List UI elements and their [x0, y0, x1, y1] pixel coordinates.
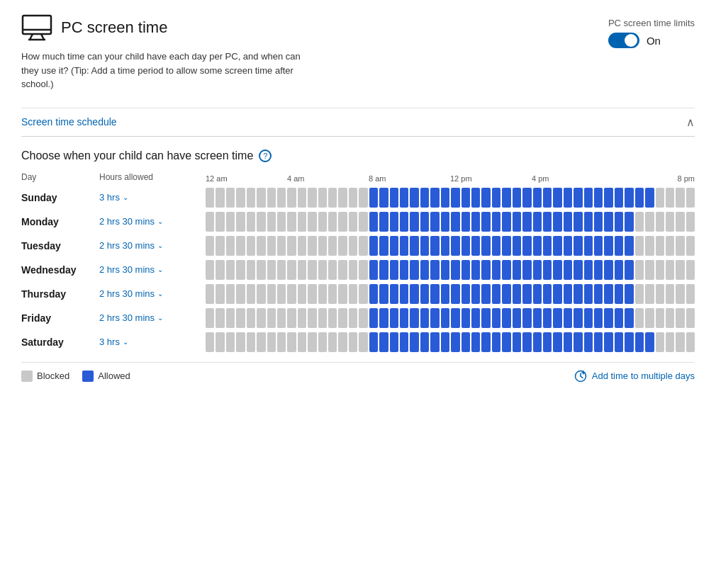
- time-cell-1-0[interactable]: [206, 212, 214, 232]
- time-cell-4-4[interactable]: [247, 284, 255, 304]
- time-cell-0-12[interactable]: [328, 188, 337, 208]
- time-cell-3-39[interactable]: [604, 260, 612, 280]
- time-cell-3-40[interactable]: [615, 260, 623, 280]
- time-cell-3-9[interactable]: [298, 260, 306, 280]
- time-cell-2-6[interactable]: [267, 236, 276, 256]
- time-cell-1-15[interactable]: [359, 212, 367, 232]
- time-cell-6-20[interactable]: [410, 332, 418, 352]
- time-cell-4-31[interactable]: [522, 284, 531, 304]
- time-cell-2-4[interactable]: [247, 236, 255, 256]
- time-cell-4-13[interactable]: [338, 284, 347, 304]
- time-cell-6-46[interactable]: [676, 332, 684, 352]
- time-cell-0-32[interactable]: [533, 188, 542, 208]
- time-cell-2-38[interactable]: [594, 236, 603, 256]
- time-cell-5-21[interactable]: [420, 308, 429, 328]
- time-cell-0-2[interactable]: [226, 188, 235, 208]
- time-cell-3-18[interactable]: [390, 260, 398, 280]
- hours-allowed-saturday[interactable]: 3 hrs ⌄: [99, 337, 206, 347]
- time-cell-5-44[interactable]: [656, 308, 664, 328]
- time-cell-1-28[interactable]: [492, 212, 500, 232]
- time-cell-0-15[interactable]: [359, 188, 367, 208]
- time-cell-2-26[interactable]: [471, 236, 480, 256]
- time-cell-1-42[interactable]: [635, 212, 644, 232]
- time-cell-5-20[interactable]: [410, 308, 418, 328]
- time-cell-5-5[interactable]: [257, 308, 265, 328]
- time-cell-2-17[interactable]: [379, 236, 388, 256]
- time-cell-3-32[interactable]: [533, 260, 542, 280]
- time-cell-2-21[interactable]: [420, 236, 429, 256]
- time-cell-6-18[interactable]: [390, 332, 398, 352]
- time-cell-0-8[interactable]: [287, 188, 296, 208]
- time-cell-1-8[interactable]: [287, 212, 296, 232]
- time-cell-3-10[interactable]: [308, 260, 316, 280]
- time-cell-6-33[interactable]: [543, 332, 552, 352]
- time-cell-6-37[interactable]: [584, 332, 593, 352]
- time-cell-3-11[interactable]: [318, 260, 327, 280]
- time-cell-5-12[interactable]: [328, 308, 337, 328]
- time-cell-2-37[interactable]: [584, 236, 593, 256]
- time-cell-0-39[interactable]: [604, 188, 612, 208]
- time-cell-0-14[interactable]: [349, 188, 357, 208]
- time-cell-5-7[interactable]: [277, 308, 286, 328]
- time-cell-6-10[interactable]: [308, 332, 316, 352]
- time-cell-3-34[interactable]: [553, 260, 561, 280]
- time-cell-3-12[interactable]: [328, 260, 337, 280]
- time-cell-0-16[interactable]: [369, 188, 378, 208]
- time-cell-0-22[interactable]: [430, 188, 439, 208]
- time-cell-0-45[interactable]: [666, 188, 674, 208]
- time-cell-4-11[interactable]: [318, 284, 327, 304]
- time-cell-2-46[interactable]: [676, 236, 684, 256]
- time-cell-2-35[interactable]: [564, 236, 572, 256]
- time-cell-4-10[interactable]: [308, 284, 316, 304]
- time-cell-1-38[interactable]: [594, 212, 603, 232]
- time-cell-2-27[interactable]: [481, 236, 490, 256]
- time-cell-2-28[interactable]: [492, 236, 500, 256]
- time-cell-1-26[interactable]: [471, 212, 480, 232]
- time-cell-2-45[interactable]: [666, 236, 674, 256]
- time-cell-6-19[interactable]: [400, 332, 408, 352]
- time-cell-0-42[interactable]: [635, 188, 644, 208]
- time-cell-3-8[interactable]: [287, 260, 296, 280]
- time-cell-0-11[interactable]: [318, 188, 327, 208]
- time-cell-6-1[interactable]: [216, 332, 224, 352]
- time-cell-5-36[interactable]: [574, 308, 582, 328]
- time-cell-3-19[interactable]: [400, 260, 408, 280]
- time-cell-3-25[interactable]: [462, 260, 470, 280]
- time-grid-saturday[interactable]: [206, 332, 695, 352]
- time-cell-2-12[interactable]: [328, 236, 337, 256]
- time-cell-2-16[interactable]: [369, 236, 378, 256]
- time-cell-3-31[interactable]: [522, 260, 531, 280]
- time-cell-2-18[interactable]: [390, 236, 398, 256]
- time-cell-1-37[interactable]: [584, 212, 593, 232]
- time-cell-1-24[interactable]: [451, 212, 459, 232]
- time-cell-4-47[interactable]: [686, 284, 695, 304]
- time-cell-3-30[interactable]: [513, 260, 521, 280]
- time-cell-3-2[interactable]: [226, 260, 235, 280]
- time-cell-6-24[interactable]: [451, 332, 459, 352]
- time-cell-0-1[interactable]: [216, 188, 224, 208]
- time-cell-1-12[interactable]: [328, 212, 337, 232]
- time-cell-5-38[interactable]: [594, 308, 603, 328]
- time-cell-3-22[interactable]: [430, 260, 439, 280]
- time-cell-3-20[interactable]: [410, 260, 418, 280]
- time-cell-5-0[interactable]: [206, 308, 214, 328]
- time-cell-1-19[interactable]: [400, 212, 408, 232]
- time-cell-2-43[interactable]: [645, 236, 654, 256]
- time-cell-4-37[interactable]: [584, 284, 593, 304]
- time-cell-2-10[interactable]: [308, 236, 316, 256]
- time-cell-4-26[interactable]: [471, 284, 480, 304]
- time-cell-6-11[interactable]: [318, 332, 327, 352]
- time-cell-2-25[interactable]: [462, 236, 470, 256]
- time-cell-6-4[interactable]: [247, 332, 255, 352]
- time-cell-3-42[interactable]: [635, 260, 644, 280]
- hours-allowed-tuesday[interactable]: 2 hrs 30 mins ⌄: [99, 240, 206, 251]
- hours-allowed-friday[interactable]: 2 hrs 30 mins ⌄: [99, 312, 206, 323]
- time-cell-4-42[interactable]: [635, 284, 644, 304]
- time-cell-3-35[interactable]: [564, 260, 572, 280]
- time-cell-2-1[interactable]: [216, 236, 224, 256]
- time-cell-4-45[interactable]: [666, 284, 674, 304]
- time-cell-0-4[interactable]: [247, 188, 255, 208]
- time-cell-1-13[interactable]: [338, 212, 347, 232]
- time-cell-0-6[interactable]: [267, 188, 276, 208]
- time-cell-6-9[interactable]: [298, 332, 306, 352]
